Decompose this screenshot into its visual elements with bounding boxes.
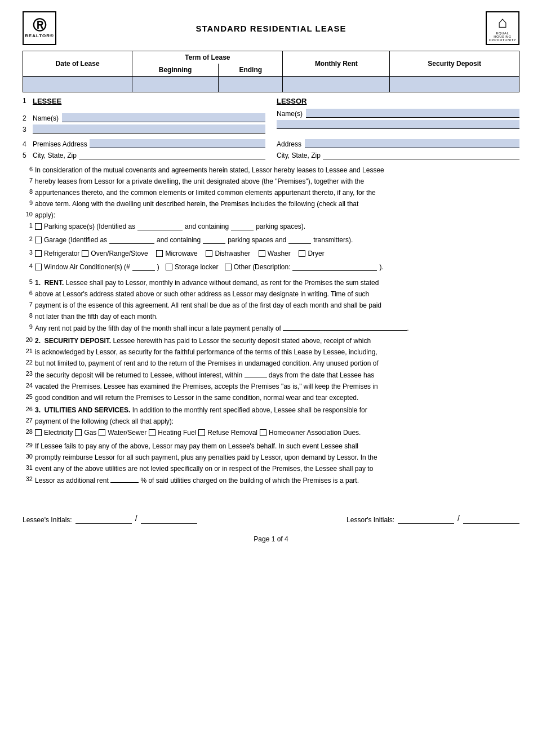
parking-row: Parking space(s) (Identified as and cont… [35, 221, 519, 232]
line-15: 5 1. RENT. Lessee shall pay to Lessor, m… [23, 278, 519, 288]
monthly-rent-value[interactable] [283, 77, 390, 92]
refrigerator-checkbox[interactable] [35, 250, 42, 257]
lessor-city-state-zip-field[interactable] [323, 150, 519, 159]
lessor-address-field[interactable] [305, 139, 519, 148]
lessee-name-label: Name(s) [33, 114, 59, 122]
parking-and-label: and containing [185, 221, 229, 232]
date-of-lease-value[interactable] [23, 77, 132, 92]
line-22: 22 but not limited to, payment of rent a… [23, 358, 519, 368]
line-30: 30 promptly reimburse Lessor for all suc… [23, 452, 519, 463]
security-deposit-section: 20 2. SECURITY DEPOSIT. Lessee herewith … [23, 336, 519, 403]
date-of-lease-header: Date of Lease [23, 51, 132, 77]
other-close: ). [379, 262, 383, 272]
microwave-label: Microwave [165, 248, 197, 259]
dryer-checkbox[interactable] [299, 250, 305, 257]
premises-address-field[interactable] [90, 139, 265, 148]
security-deposit-header: Security Deposit [390, 51, 519, 77]
lessor-city-state-zip-label: City, State, Zip [277, 152, 321, 159]
heating-fuel-checkbox[interactable] [149, 429, 156, 436]
lessee-initials-slash: / [135, 514, 137, 524]
lessor-title: LESSOR [277, 97, 306, 105]
parking-checkbox[interactable] [35, 223, 42, 230]
dishwasher-checkbox[interactable] [206, 250, 212, 257]
line-16: 6 above at Lessor's address stated above… [23, 289, 519, 299]
microwave-checkbox[interactable] [156, 250, 163, 257]
security-deposit-value[interactable] [390, 77, 519, 92]
electricity-checkbox[interactable] [35, 429, 42, 436]
realtor-r-icon: Ⓡ [33, 19, 46, 32]
storage-checkbox[interactable] [166, 264, 172, 270]
lease-ending-value[interactable] [219, 77, 283, 92]
lessor-initials-group: Lessor's Initials: / [346, 514, 519, 524]
window-ac-field[interactable] [132, 263, 155, 271]
line-24: 24 vacated the Premises. Lessee has exam… [23, 381, 519, 392]
lessor-initials-field-2[interactable] [463, 516, 519, 524]
lessee-initials-field-2[interactable] [141, 516, 197, 524]
lessor-name-field-2[interactable] [277, 120, 519, 129]
dryer-label: Dryer [308, 248, 324, 259]
refuse-removal-checkbox[interactable] [198, 429, 205, 436]
line-21: 21 is acknowledged by Lessor, as securit… [23, 347, 519, 357]
parking-count-field[interactable] [231, 223, 254, 230]
lessee-initials-label: Lessee's Initials: [23, 516, 72, 524]
beginning-header: Beginning [132, 64, 219, 77]
hoa-checkbox[interactable] [260, 429, 266, 436]
line-13: 3 Refrigerator Oven/Range/Stove Microwav… [23, 248, 519, 261]
line-14: 4 Window Air Conditioner(s) (# ) Storage… [23, 262, 519, 274]
parking-id-field[interactable] [137, 223, 183, 230]
lessee-name-field[interactable] [62, 113, 265, 122]
lessor-initials-field-1[interactable] [398, 516, 454, 524]
initials-section: Lessee's Initials: / Lessor's Initials: … [23, 508, 519, 524]
lease-beginning-value[interactable] [132, 77, 219, 92]
lessor-initials-label: Lessor's Initials: [346, 516, 394, 524]
monthly-rent-header: Monthly Rent [283, 51, 390, 77]
header: Ⓡ REALTOR® STANDARD RESIDENTIAL LEASE ⌂ … [23, 11, 519, 45]
lessee-initials-field-1[interactable] [75, 516, 132, 524]
washer-checkbox[interactable] [259, 250, 265, 257]
line-3-num: 3 [23, 126, 33, 134]
line-4-num: 4 [23, 140, 33, 148]
misc-row: Window Air Conditioner(s) (# ) Storage l… [35, 262, 519, 272]
lessor-name-field[interactable] [306, 109, 519, 118]
water-sewer-checkbox[interactable] [99, 429, 105, 436]
lessee-col: 1 LESSEE 2 Name(s) 3 [23, 97, 265, 136]
line-32-end: % of said utilities charged on the build… [140, 477, 359, 484]
window-ac-close: ) [157, 262, 159, 272]
water-sewer-label: Water/Sewer [108, 428, 146, 438]
garage-id-field[interactable] [109, 236, 154, 244]
lessor-address-label: Address [277, 140, 301, 148]
garage-row: Garage (Identified as and containing par… [35, 235, 519, 245]
days-field[interactable] [245, 370, 267, 377]
pct-field[interactable] [110, 475, 139, 483]
garage-count-field[interactable] [203, 236, 225, 244]
line-23: 23 the security deposit will be returned… [23, 370, 519, 380]
document-title: STANDARD RESIDENTIAL LEASE [56, 24, 486, 33]
other-checkbox[interactable] [225, 264, 232, 270]
lessee-city-state-zip-field[interactable] [79, 150, 265, 159]
other-desc-field[interactable] [292, 263, 377, 271]
garage-spaces-label: parking spaces and [228, 235, 286, 245]
lessor-name-label: Name(s) [277, 110, 303, 118]
gas-checkbox[interactable] [75, 429, 82, 436]
refuse-removal-label: Refuse Removal [207, 428, 257, 438]
dishwasher-label: Dishwasher [215, 248, 250, 259]
garage-trans-field[interactable] [288, 236, 311, 244]
garage-checkbox[interactable] [35, 237, 42, 243]
premises-address-label: Premises Address [33, 140, 87, 148]
garage-and-label: and containing [157, 235, 201, 245]
lessor-col: LESSOR Name(s) [277, 97, 519, 136]
lessee-title: LESSEE [33, 97, 61, 105]
line-27: 27 payment of the following (check all t… [23, 416, 519, 426]
line-12: 2 Garage (Identified as and containing p… [23, 235, 519, 247]
equal-housing-text: EQUAL HOUSINGOPPORTUNITY [487, 32, 518, 42]
line-5-num: 5 [23, 152, 33, 159]
lessee-name-field-2[interactable] [33, 124, 265, 134]
garage-label: Garage (Identified as [44, 235, 107, 245]
lessee-city-state-zip-label: City, State, Zip [33, 152, 77, 159]
other-label: Other (Description: [234, 262, 291, 272]
oven-checkbox[interactable] [82, 250, 88, 257]
late-penalty-field[interactable] [283, 323, 407, 331]
house-icon: ⌂ [498, 15, 508, 30]
line-25: 25 good condition and will return the Pr… [23, 393, 519, 403]
window-ac-checkbox[interactable] [35, 264, 42, 270]
